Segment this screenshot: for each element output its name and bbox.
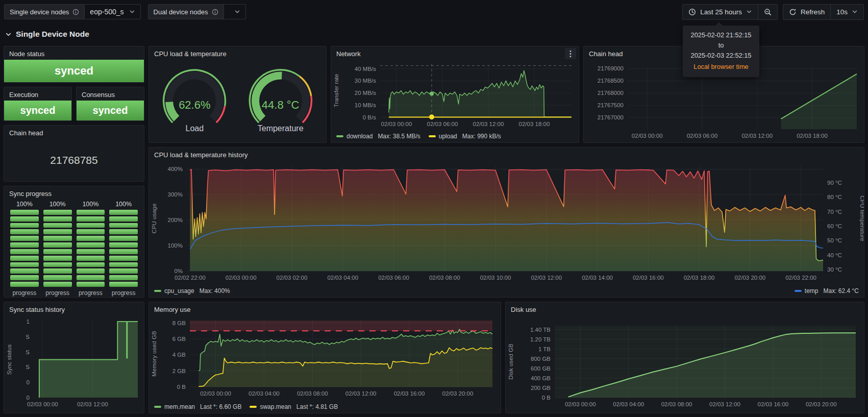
dashboard-topbar: Single device nodes eop-500_s Dual devic…: [0, 0, 868, 23]
svg-text:20 MB/s: 20 MB/s: [355, 90, 376, 96]
svg-text:800 GB: 800 GB: [531, 356, 551, 362]
zoom-out-icon: [764, 8, 772, 16]
panel-title[interactable]: Sync status history: [4, 302, 144, 315]
panel-disk-use: Disk use 0 B200 GB400 GB600 GB800 GB1 TB…: [505, 302, 864, 413]
progress-cell: [10, 275, 39, 280]
panel-menu-kebab-icon[interactable]: [565, 48, 576, 59]
gauge-arc: [152, 67, 237, 123]
svg-text:90 °C: 90 °C: [827, 180, 842, 186]
progress-cell: [109, 275, 138, 280]
legend-item-upload[interactable]: uploadMax: 990 kB/s: [429, 133, 501, 140]
panel-title[interactable]: Chain head: [4, 126, 144, 139]
svg-text:02/03 16:00: 02/03 16:00: [394, 390, 425, 397]
panel-title[interactable]: Network: [331, 46, 579, 60]
svg-text:02/03 18:00: 02/03 18:00: [519, 121, 550, 127]
sync-status-chart[interactable]: 00SSS102/03 00:0002/03 12:00Sync status: [4, 315, 144, 415]
variable-dual-device-nodes: Dual device nodes: [148, 4, 246, 19]
variable-value-dropdown[interactable]: [224, 4, 246, 19]
progress-cell: [77, 275, 105, 280]
svg-text:S: S: [26, 349, 30, 355]
progress-cell: [109, 249, 138, 254]
svg-text:400%: 400%: [168, 166, 183, 172]
panel-title[interactable]: CPU load & temperature: [149, 46, 326, 60]
cpu-temperature-gauge: 44.8 °C Temperature: [238, 67, 323, 133]
progress-cell: [10, 236, 39, 241]
svg-text:02/03 08:00: 02/03 08:00: [661, 401, 692, 407]
gauge-label: Load: [186, 124, 204, 133]
svg-text:Disk used GB: Disk used GB: [508, 344, 514, 380]
svg-text:02/03 00:00: 02/03 00:00: [565, 401, 596, 407]
panel-sync-progress: Sync progress 100%progress100%progress10…: [4, 186, 144, 298]
refresh-button[interactable]: Refresh: [783, 5, 830, 19]
panel-title[interactable]: CPU load & temperature history: [149, 148, 864, 161]
progress-cell: [10, 223, 39, 228]
progress-cell: [77, 282, 105, 287]
legend-item-download[interactable]: downloadMax: 38.5 MB/s: [336, 133, 420, 140]
progress-cell: [109, 262, 138, 267]
progress-cell: [109, 229, 138, 234]
tooltip-from-date: 2025-02-02 21:52:15: [687, 30, 755, 40]
variable-value-text: eop-500_s: [90, 8, 123, 16]
legend-item-swap.mean[interactable]: swap.meanLast *: 4.81 GB: [250, 403, 338, 410]
progress-label: progress: [109, 287, 138, 294]
row-single-device-node[interactable]: Single Device Node: [5, 30, 89, 39]
panel-title[interactable]: Sync progress: [4, 186, 144, 200]
memory-chart[interactable]: 0 B2 GB4 GB6 GB8 GB02/03 00:0002/03 04:0…: [149, 315, 501, 402]
panel-chain-head-stat: Chain head 21768785: [4, 125, 144, 182]
panel-title[interactable]: Execution: [4, 87, 71, 101]
template-variables: Single device nodes eop-500_s Dual devic…: [4, 4, 246, 19]
cpu-history-chart[interactable]: 0%100%200%300%400%30 °C40 °C50 °C60 °C70…: [149, 161, 864, 286]
svg-text:70 °C: 70 °C: [827, 209, 842, 215]
progress-cell: [77, 262, 105, 267]
legend-item-cpu_usage[interactable]: cpu_usageMax: 400%: [154, 287, 230, 295]
cpu-history-legend: cpu_usageMax: 400%tempMax: 62.4 °C: [149, 286, 864, 299]
legend-value: Max: 990 kB/s: [462, 133, 501, 140]
panel-network: Network 0 B/s10 MB/s20 MB/s30 MB/s40 MB/…: [331, 46, 579, 143]
consensus-status-value: synced: [77, 101, 144, 120]
info-icon[interactable]: [72, 9, 79, 15]
legend-value: Last *: 4.81 GB: [296, 403, 338, 410]
progress-label: progress: [43, 287, 72, 294]
sync-progress-gauge: 100%progress: [43, 201, 72, 294]
execution-status-value: synced: [4, 101, 71, 120]
panel-title[interactable]: Consensus: [77, 87, 144, 101]
svg-text:8 GB: 8 GB: [172, 320, 186, 326]
cpu-load-gauge: 62.6% Load: [152, 67, 237, 133]
panel-title[interactable]: Node status: [4, 46, 144, 60]
panel-title[interactable]: Disk use: [506, 302, 864, 315]
variable-label: Single device nodes: [4, 4, 85, 19]
disk-chart[interactable]: 0 B200 GB400 GB600 GB800 GB1 TB1.20 TB1.…: [506, 315, 864, 415]
svg-text:Transfer rate: Transfer rate: [333, 74, 339, 107]
legend-item-mem.mean[interactable]: mem.meanLast *: 6.60 GB: [154, 403, 241, 410]
gauge-value: 62.6%: [152, 99, 237, 112]
time-picker-group: Last 25 hours: [682, 4, 778, 20]
legend-value: Last *: 6.60 GB: [200, 403, 241, 410]
info-icon[interactable]: [212, 9, 218, 15]
svg-text:CPU temperature: CPU temperature: [859, 195, 864, 241]
svg-text:1 TB: 1 TB: [538, 346, 551, 352]
progress-cell: [109, 216, 138, 222]
progress-cell: [109, 242, 138, 248]
svg-text:02/03 12:00: 02/03 12:00: [473, 121, 504, 127]
time-range-button[interactable]: Last 25 hours: [683, 5, 758, 19]
legend-swatch: [154, 406, 161, 408]
zoom-out-button[interactable]: [758, 5, 777, 19]
refresh-icon: [789, 8, 797, 16]
svg-text:S: S: [26, 334, 30, 340]
progress-cell: [77, 216, 105, 222]
refresh-interval-button[interactable]: 10s: [830, 5, 863, 19]
legend-item-temp[interactable]: tempMax: 62.4 °C: [795, 287, 859, 295]
svg-text:02/03 08:00: 02/03 08:00: [297, 390, 328, 397]
progress-cell: [43, 275, 72, 280]
panel-title[interactable]: Memory use: [149, 302, 501, 315]
progress-cell: [77, 210, 105, 215]
svg-text:Sync status: Sync status: [6, 345, 12, 375]
progress-cell: [10, 242, 39, 248]
svg-text:21768500: 21768500: [598, 78, 624, 84]
chevron-down-icon: [746, 9, 752, 15]
network-chart[interactable]: 0 B/s10 MB/s20 MB/s30 MB/s40 MB/s02/03 0…: [331, 60, 579, 132]
svg-text:10 MB/s: 10 MB/s: [355, 102, 376, 108]
svg-text:4 GB: 4 GB: [172, 352, 186, 358]
svg-text:CPU usage: CPU usage: [151, 204, 157, 234]
variable-value-dropdown[interactable]: eop-500_s: [85, 4, 140, 19]
